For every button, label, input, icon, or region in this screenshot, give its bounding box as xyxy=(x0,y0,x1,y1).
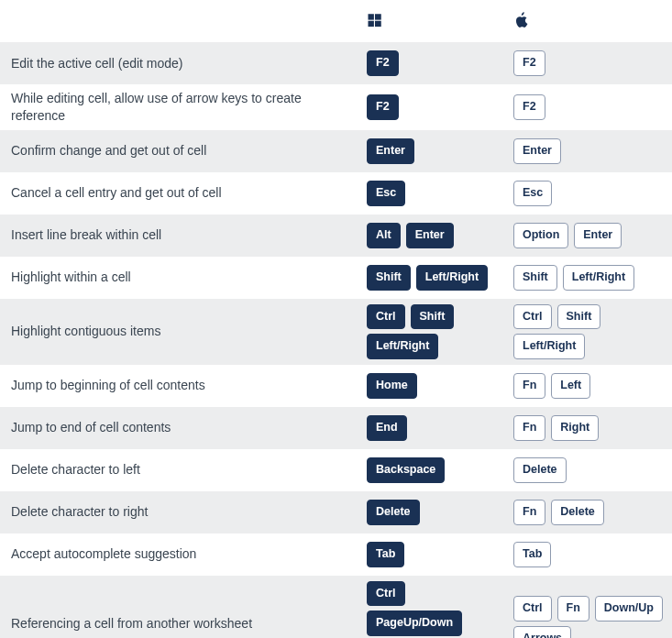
table-row: Referencing a cell from another workshee… xyxy=(0,576,672,638)
mac-keys-cell: F2 xyxy=(513,94,672,120)
windows-keys-cell: Esc xyxy=(367,181,513,206)
table-row: While editing cell, allow use of arrow k… xyxy=(0,84,672,130)
svg-rect-1 xyxy=(375,14,381,19)
key-badge: PageUp/Down xyxy=(367,610,462,636)
header-windows-cell xyxy=(367,12,513,31)
key-badge: Enter xyxy=(513,138,561,164)
table-row: Confirm change and get out of cellEnterE… xyxy=(0,130,672,172)
table-row: Highlight within a cellShiftLeft/RightSh… xyxy=(0,257,672,299)
shortcut-description: Jump to end of cell contents xyxy=(0,419,367,436)
windows-keys-cell: Home xyxy=(367,373,513,399)
key-badge: Esc xyxy=(367,181,405,206)
mac-keys-cell: OptionEnter xyxy=(513,223,672,248)
key-badge: Enter xyxy=(574,223,622,248)
windows-keys-cell: F2 xyxy=(367,50,513,76)
key-badge: Esc xyxy=(513,181,552,206)
mac-keys-cell: F2 xyxy=(513,50,672,76)
svg-rect-2 xyxy=(369,20,374,26)
key-badge: Ctrl xyxy=(513,596,552,622)
mac-keys-cell: Tab xyxy=(513,542,672,567)
shortcut-description: Cancel a cell entry and get out of cell xyxy=(0,184,367,202)
key-badge: Enter xyxy=(367,138,414,164)
windows-icon xyxy=(367,12,383,28)
key-badge: Ctrl xyxy=(367,304,405,330)
apple-icon xyxy=(513,11,530,29)
windows-keys-cell: Delete xyxy=(367,500,513,525)
key-badge: F2 xyxy=(513,94,545,120)
shortcut-description: Delete character to left xyxy=(0,461,367,478)
table-row: Edit the active cell (edit mode)F2F2 xyxy=(0,42,672,84)
windows-keys-cell: Backspace xyxy=(367,457,513,483)
key-badge: Home xyxy=(367,373,417,399)
shortcut-description: Accept autocomplete suggestion xyxy=(0,545,367,563)
key-badge: F2 xyxy=(367,50,399,76)
key-badge: Delete xyxy=(551,500,604,525)
header-mac-cell xyxy=(513,11,672,32)
mac-keys-cell: Enter xyxy=(513,138,672,164)
key-badge: Down/Up xyxy=(595,596,663,622)
key-badge: F2 xyxy=(367,94,399,120)
key-badge: Alt xyxy=(367,223,401,248)
key-badge: Left/Right xyxy=(563,265,634,291)
mac-keys-cell: CtrlFnDown/UpArrows xyxy=(513,596,672,638)
windows-keys-cell: F2 xyxy=(367,94,513,120)
shortcut-table: Edit the active cell (edit mode)F2F2Whil… xyxy=(0,0,672,638)
shortcut-description: Confirm change and get out of cell xyxy=(0,142,367,160)
key-badge: Shift xyxy=(411,304,455,330)
key-badge: Delete xyxy=(513,457,567,483)
shortcut-description: Insert line break within cell xyxy=(0,226,367,244)
mac-keys-cell: CtrlShiftLeft/Right xyxy=(513,304,672,359)
key-badge: Shift xyxy=(557,304,601,330)
shortcut-description: While editing cell, allow use of arrow k… xyxy=(0,90,367,125)
mac-keys-cell: FnLeft xyxy=(513,373,672,399)
shortcut-description: Edit the active cell (edit mode) xyxy=(0,55,367,72)
key-badge: Shift xyxy=(513,265,557,291)
shortcut-description: Highlight contiguous items xyxy=(0,323,367,340)
key-badge: End xyxy=(367,415,407,441)
windows-keys-cell: AltEnter xyxy=(367,223,513,248)
shortcut-description: Referencing a cell from another workshee… xyxy=(0,615,367,632)
svg-rect-0 xyxy=(369,14,374,19)
key-badge: Fn xyxy=(513,373,545,399)
table-row: Cancel a cell entry and get out of cellE… xyxy=(0,172,672,214)
key-badge: Ctrl xyxy=(367,581,405,607)
key-badge: Fn xyxy=(513,500,545,525)
key-badge: Ctrl xyxy=(513,304,552,330)
shortcut-description: Delete character to right xyxy=(0,503,367,521)
key-badge: Shift xyxy=(367,265,411,291)
windows-keys-cell: CtrlShiftLeft/Right xyxy=(367,304,513,359)
shortcut-description: Highlight within a cell xyxy=(0,269,367,286)
table-row: Delete character to rightDeleteFnDelete xyxy=(0,491,672,534)
windows-keys-cell: ShiftLeft/Right xyxy=(367,265,513,291)
key-badge: Fn xyxy=(557,596,589,622)
key-badge: Arrows xyxy=(513,626,571,638)
mac-keys-cell: FnDelete xyxy=(513,500,672,525)
mac-keys-cell: Esc xyxy=(513,181,672,206)
key-badge: Right xyxy=(551,415,599,441)
table-row: Delete character to leftBackspaceDelete xyxy=(0,449,672,491)
table-row: Jump to beginning of cell contentsHomeFn… xyxy=(0,365,672,407)
table-row: Highlight contiguous itemsCtrlShiftLeft/… xyxy=(0,299,672,365)
windows-keys-cell: CtrlPageUp/DownArrows xyxy=(367,581,513,638)
key-badge: Tab xyxy=(367,542,404,567)
table-row: Accept autocomplete suggestionTabTab xyxy=(0,534,672,576)
windows-keys-cell: Tab xyxy=(367,542,513,567)
key-badge: Tab xyxy=(513,542,551,567)
windows-keys-cell: Enter xyxy=(367,138,513,164)
key-badge: Backspace xyxy=(367,457,445,483)
mac-keys-cell: ShiftLeft/Right xyxy=(513,265,672,291)
key-badge: Left xyxy=(551,373,590,399)
key-badge: Delete xyxy=(367,500,420,525)
table-header-row xyxy=(0,0,672,42)
windows-keys-cell: End xyxy=(367,415,513,441)
key-badge: Left/Right xyxy=(416,265,488,291)
key-badge: F2 xyxy=(513,50,545,76)
table-row: Jump to end of cell contentsEndFnRight xyxy=(0,407,672,449)
key-badge: Left/Right xyxy=(367,334,438,359)
shortcut-description: Jump to beginning of cell contents xyxy=(0,377,367,394)
key-badge: Left/Right xyxy=(513,334,585,359)
mac-keys-cell: FnRight xyxy=(513,415,672,441)
key-badge: Fn xyxy=(513,415,545,441)
svg-rect-3 xyxy=(375,20,381,26)
mac-keys-cell: Delete xyxy=(513,457,672,483)
